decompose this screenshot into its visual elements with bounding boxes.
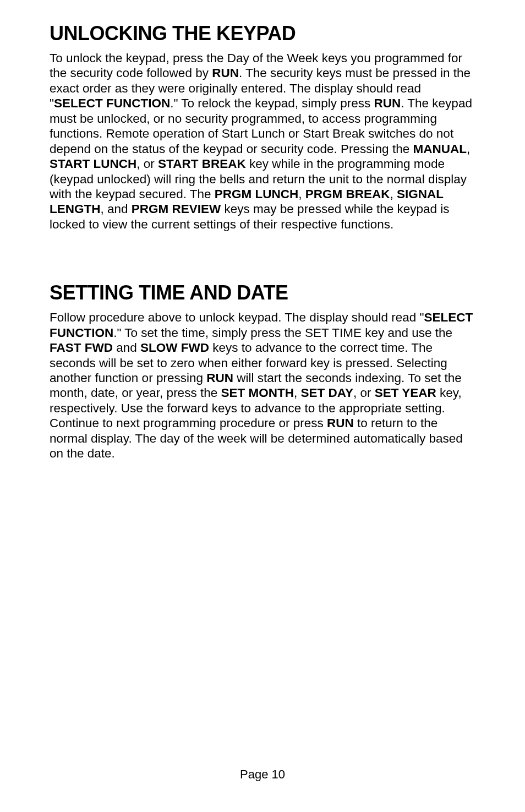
key-start-break: START BREAK	[158, 157, 246, 171]
key-prgm-review: PRGM REVIEW	[132, 202, 221, 216]
text: and	[113, 341, 140, 355]
text: ." To set the time, simply press the SET…	[113, 326, 452, 340]
key-prgm-break: PRGM BREAK	[305, 187, 390, 201]
text: , or	[136, 157, 158, 171]
text: Follow procedure above to unlock keypad.…	[50, 310, 424, 324]
key-run: RUN	[212, 66, 239, 80]
key-fast-fwd: FAST FWD	[50, 341, 113, 355]
heading-unlocking-keypad: UNLOCKING THE KEYPAD	[50, 22, 475, 45]
text: ,	[390, 187, 397, 201]
text: ,	[298, 187, 305, 201]
paragraph-unlocking-keypad: To unlock the keypad, press the Day of t…	[50, 51, 475, 232]
text: ." To relock the keypad, simply press	[170, 96, 374, 110]
key-prgm-lunch: PRGM LUNCH	[215, 187, 299, 201]
key-run: RUN	[327, 416, 354, 430]
key-set-year: SET YEAR	[375, 386, 436, 400]
text: ,	[294, 386, 301, 400]
key-run: RUN	[374, 96, 401, 110]
paragraph-setting-time-date: Follow procedure above to unlock keypad.…	[50, 310, 475, 461]
label-select-function: SELECT FUNCTION	[54, 96, 170, 110]
key-set-day: SET DAY	[300, 386, 353, 400]
key-start-lunch: START LUNCH	[50, 157, 136, 171]
text: , or	[353, 386, 375, 400]
key-slow-fwd: SLOW FWD	[140, 341, 209, 355]
text: ,	[467, 142, 470, 156]
page-number: Page 10	[0, 767, 525, 782]
text: , and	[101, 202, 132, 216]
key-run: RUN	[206, 371, 233, 385]
heading-setting-time-date: SETTING TIME AND DATE	[50, 281, 475, 304]
key-manual: MANUAL	[413, 142, 466, 156]
key-set-month: SET MONTH	[221, 386, 294, 400]
